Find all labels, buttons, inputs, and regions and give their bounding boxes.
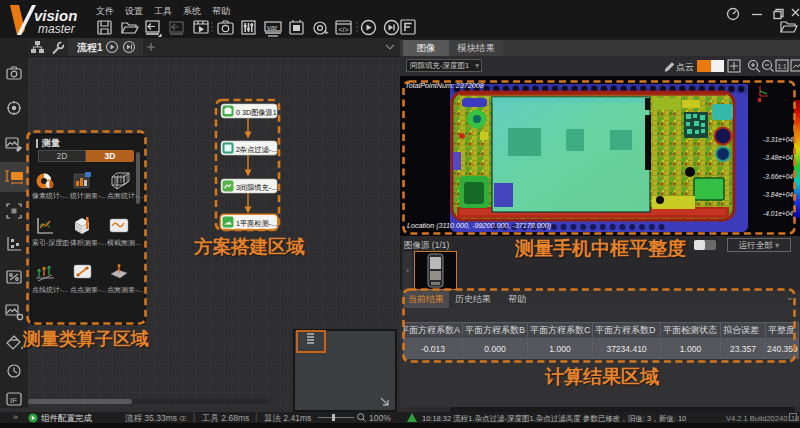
svg-text:IF: IF [10, 396, 17, 405]
svg-text:点面测量-...: 点面测量-... [107, 286, 143, 294]
svg-text:-4.01e+04: -4.01e+04 [763, 210, 793, 217]
svg-text:横截面测...: 横截面测... [107, 239, 141, 247]
svg-text:点面统计-...: 点面统计-... [107, 192, 143, 200]
svg-text:点线统计-...: 点线统计-... [32, 286, 68, 294]
svg-text:-3.31e+04: -3.31e+04 [763, 136, 793, 143]
svg-text:var: var [267, 23, 278, 32]
svg-text:点点测量-...: 点点测量-... [70, 286, 106, 294]
svg-text:Location (3110.000, -99200.000: Location (3110.000, -99200.000, -37178.0… [407, 221, 551, 230]
svg-text:2杂点过滤-...: 2杂点过滤-... [236, 145, 277, 154]
svg-text:统计测量-...: 统计测量-... [70, 192, 106, 200]
svg-text:体积测量-...: 体积测量-... [70, 239, 106, 247]
svg-text:-3.66e+04: -3.66e+04 [763, 173, 793, 180]
svg-text:-3.48e+04: -3.48e+04 [763, 154, 793, 161]
svg-text:3间隙填充-...: 3间隙填充-... [236, 183, 277, 192]
svg-text:TotalPointNum: 2372008: TotalPointNum: 2372008 [405, 81, 484, 90]
svg-text:流程1: 流程1 [76, 42, 103, 53]
svg-text:</>: </> [339, 26, 349, 33]
svg-text:-3.84e+04: -3.84e+04 [763, 191, 793, 198]
svg-text:master: master [38, 22, 76, 36]
svg-text:1平面检测-...: 1平面检测-... [236, 219, 277, 228]
svg-text:1:1: 1:1 [778, 63, 787, 70]
svg-text:0 3D图像源1: 0 3D图像源1 [236, 108, 277, 117]
svg-text:像素统计-...: 像素统计-... [32, 192, 68, 200]
svg-text:索引-深度图: 索引-深度图 [32, 239, 69, 247]
svg-text:点云: 点云 [676, 62, 694, 72]
